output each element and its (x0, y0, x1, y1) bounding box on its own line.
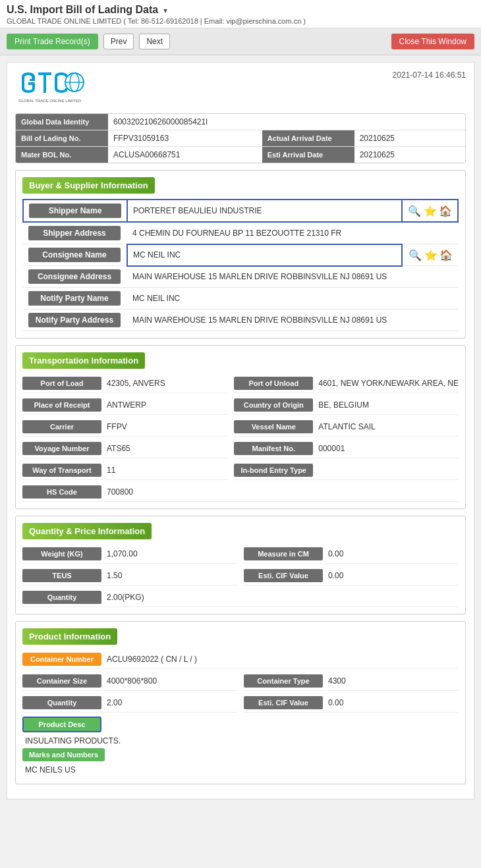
hs-code-value: 700800 (101, 487, 459, 497)
consignee-name-value: MC NEIL INC (127, 244, 402, 266)
place-of-receipt-label: Place of Receipt (22, 398, 101, 412)
transportation-section: Transportation Information Port of Load … (15, 345, 466, 509)
identity-table: Global Data Identity 6003202106260000854… (15, 113, 466, 163)
logo-area: GLOBAL TRADE ONLINE LIMITED (15, 70, 88, 107)
container-number-value: ACLU9692022 ( CN / L / ) (101, 655, 459, 664)
subtitle: GLOBAL TRADE ONLINE LIMITED ( Tel: 86-51… (7, 17, 474, 25)
container-number-row: Container Number ACLU9692022 ( CN / L / … (22, 650, 459, 669)
toolbar: Print Trade Record(s) Prev Next Close Th… (0, 28, 481, 55)
container-type-value: 4300 (323, 676, 459, 686)
print-button[interactable]: Print Trade Record(s) (7, 34, 98, 49)
quantity-price-grid: Weight (KG) 1,070.00 Measure in CM 0.00 … (22, 545, 459, 607)
notify-party-address-label: Notify Party Address (28, 313, 121, 327)
star-icon[interactable]: ⭐ (424, 205, 437, 217)
prev-button[interactable]: Prev (103, 34, 134, 49)
title-arrow: ▾ (163, 6, 167, 15)
port-of-load-row: Port of Load 42305, ANVERS (22, 374, 227, 393)
master-bol-row: Mater BOL No. ACLUSA00668751 Esti Arriva… (16, 147, 465, 163)
bol-row: Bill of Lading No. FFPV31059163 Actual A… (16, 130, 465, 147)
product-desc-section: Product Desc INSULATING PRODUCTS. (22, 717, 459, 748)
manifest-no-value: 000001 (313, 444, 459, 453)
place-of-receipt-row: Place of Receipt ANTWERP (22, 396, 227, 415)
search-icon[interactable]: 🔍 (408, 205, 421, 217)
weight-label: Weight (KG) (22, 547, 101, 560)
measure-value: 0.00 (323, 549, 459, 558)
in-bond-entry-label: In-bond Entry Type (234, 464, 313, 477)
carrier-value: FFPV (101, 422, 227, 431)
manifest-no-row: Manifest No. 000001 (234, 439, 459, 458)
port-of-load-value: 42305, ANVERS (101, 379, 227, 388)
way-of-transport-value: 11 (101, 466, 227, 475)
way-of-transport-row: Way of Transport 11 (22, 461, 227, 480)
consignee-name-row: Consignee Name MC NEIL INC 🔍 ⭐ 🏠 (23, 244, 458, 266)
product-desc-row: Product Desc (22, 717, 459, 732)
shipper-address-row: Shipper Address 4 CHEMIN DU FOURNEAU BP … (23, 222, 458, 244)
prod-esti-cif-label: Esti. CIF Value (244, 696, 323, 709)
actual-arrival-label: Actual Arrival Date (262, 130, 354, 146)
vessel-name-value: ATLANTIC SAIL (313, 422, 459, 431)
notify-party-name-label: Notify Party Name (28, 291, 121, 306)
transportation-title: Transportation Information (22, 352, 145, 369)
weight-value: 1,070.00 (101, 549, 237, 558)
container-type-row: Container Type 4300 (244, 672, 459, 691)
carrier-row: Carrier FFPV (22, 418, 227, 437)
country-of-origin-row: Country of Origin BE, BELGIUM (234, 396, 459, 415)
measure-label: Measure in CM (244, 547, 323, 560)
consignee-search-icon[interactable]: 🔍 (409, 250, 422, 261)
container-size-value: 4000*806*800 (101, 676, 237, 686)
marks-value: MC NEILS US (22, 761, 459, 777)
voyage-number-row: Voyage Number ATS65 (22, 439, 227, 458)
measure-row: Measure in CM 0.00 (244, 545, 459, 564)
port-of-unload-row: Port of Unload 4601, NEW YORK/NEWARK ARE… (234, 374, 459, 393)
consignee-star-icon[interactable]: ⭐ (424, 250, 438, 261)
product-grid: Container Size 4000*806*800 Container Ty… (22, 672, 459, 713)
quantity-price-section: Quantity & Price Information Weight (KG)… (15, 516, 466, 614)
bol-value: FFPV31059163 (108, 130, 262, 146)
marks-button[interactable]: Marks and Numbers (22, 748, 105, 761)
product-desc-button[interactable]: Product Desc (22, 717, 101, 732)
esti-cif-label: Esti. CIF Value (244, 569, 323, 582)
quantity-row: Quantity 2.00(PKG) (22, 588, 459, 607)
voyage-number-label: Voyage Number (22, 442, 101, 455)
notify-party-name-value: MC NEIL INC (127, 288, 458, 310)
buyer-supplier-table: Shipper Name PORTERET BEAULIEU INDUSTRIE… (22, 199, 459, 331)
home-icon[interactable]: 🏠 (439, 205, 452, 217)
shipper-icons: 🔍 ⭐ 🏠 (402, 200, 458, 222)
consignee-address-value: MAIN WAREHOUSE 15 MARLEN DRIVE ROBBINSVI… (127, 266, 458, 288)
quantity-price-title: Quantity & Price Information (22, 523, 152, 539)
top-bar: U.S. Import Bill of Lading Data ▾ GLOBAL… (0, 0, 481, 28)
teus-value: 1.50 (101, 571, 237, 580)
esti-cif-value: 0.00 (323, 571, 459, 580)
port-of-unload-value: 4601, NEW YORK/NEWARK AREA, NE (313, 379, 459, 388)
shipper-address-value: 4 CHEMIN DU FOURNEAU BP 11 BEZOUOTTE 213… (127, 222, 458, 244)
next-button[interactable]: Next (139, 34, 170, 49)
prod-quantity-row: Quantity 2.00 (22, 693, 237, 713)
header-row: GLOBAL TRADE ONLINE LIMITED 2021-07-14 1… (15, 70, 466, 107)
in-bond-entry-row: In-bond Entry Type (234, 461, 459, 480)
hs-code-row: HS Code 700800 (22, 483, 459, 502)
marks-section: Marks and Numbers MC NEILS US (22, 748, 459, 777)
vessel-name-label: Vessel Name (234, 420, 313, 433)
shipper-address-label: Shipper Address (28, 226, 121, 240)
buyer-supplier-title: Buyer & Supplier Information (22, 177, 155, 194)
prod-esti-cif-value: 0.00 (323, 698, 459, 707)
country-of-origin-value: BE, BELGIUM (313, 400, 459, 410)
svg-text:GLOBAL TRADE ONLINE LIMITED: GLOBAL TRADE ONLINE LIMITED (18, 99, 82, 103)
vessel-name-row: Vessel Name ATLANTIC SAIL (234, 418, 459, 437)
global-data-value: 600320210626000085421l (108, 114, 465, 130)
close-button[interactable]: Close This Window (391, 34, 474, 49)
main-content: GLOBAL TRADE ONLINE LIMITED 2021-07-14 1… (7, 62, 474, 800)
master-bol-value: ACLUSA00668751 (108, 147, 262, 163)
master-bol-label: Mater BOL No. (16, 147, 108, 163)
container-number-button[interactable]: Container Number (22, 653, 101, 666)
page-title: U.S. Import Bill of Lading Data (7, 4, 158, 15)
consignee-home-icon[interactable]: 🏠 (439, 250, 453, 261)
transportation-grid: Port of Load 42305, ANVERS Port of Unloa… (22, 374, 459, 502)
weight-row: Weight (KG) 1,070.00 (22, 545, 237, 564)
container-size-label: Container Size (22, 674, 101, 688)
hs-code-label: HS Code (22, 485, 101, 499)
prod-quantity-label: Quantity (22, 696, 101, 709)
esti-arrival-value: 20210625 (354, 147, 465, 163)
product-info-title: Product Information (22, 628, 117, 645)
notify-party-address-row: Notify Party Address MAIN WAREHOUSE 15 M… (23, 310, 458, 331)
